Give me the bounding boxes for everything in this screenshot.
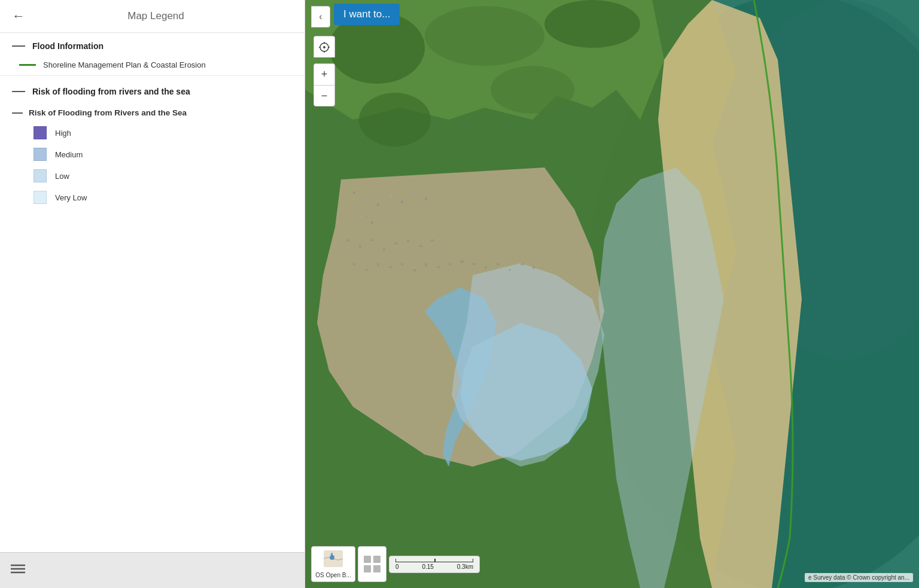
basemap-label: OS Open B...: [315, 572, 351, 578]
map-thumbnail-icon: [324, 550, 343, 567]
legend-dash-risk: [12, 91, 25, 92]
svg-rect-50: [509, 269, 511, 271]
panel-toggle-button[interactable]: ‹: [311, 6, 330, 28]
svg-point-17: [359, 93, 431, 147]
svg-rect-47: [473, 263, 476, 265]
svg-point-16: [544, 0, 640, 48]
swatch-medium: [34, 148, 47, 161]
svg-rect-61: [364, 556, 371, 563]
svg-rect-36: [431, 239, 434, 242]
svg-rect-52: [532, 266, 535, 269]
svg-rect-34: [407, 239, 409, 242]
svg-rect-31: [371, 239, 375, 241]
svg-rect-24: [413, 191, 416, 194]
locate-button[interactable]: [314, 36, 335, 57]
svg-point-60: [330, 555, 334, 560]
zoom-out-icon: −: [321, 90, 328, 102]
chevron-left-icon: ‹: [319, 11, 322, 22]
svg-rect-26: [359, 215, 362, 217]
scale-label-0: 0: [395, 563, 399, 570]
svg-rect-42: [413, 269, 416, 272]
grid-button[interactable]: [358, 546, 387, 582]
zoom-in-button[interactable]: +: [314, 63, 335, 85]
scale-bar: 0 0.15 0.3km: [389, 556, 480, 573]
i-want-to-button[interactable]: I want to...: [334, 4, 400, 25]
legend-line-green: [19, 64, 36, 66]
legend-shoreline-item: Shoreline Management Plan & Coastal Eros…: [0, 57, 305, 73]
scale-line: [395, 559, 473, 562]
label-high: High: [55, 129, 71, 138]
panel-title: Map Legend: [35, 10, 277, 22]
svg-rect-29: [347, 239, 350, 242]
svg-rect-39: [377, 263, 379, 266]
legend-shoreline-label: Shoreline Management Plan & Coastal Eros…: [43, 60, 206, 69]
svg-rect-38: [365, 269, 368, 271]
svg-rect-35: [419, 245, 422, 247]
locate-icon: [318, 41, 330, 53]
svg-rect-48: [485, 266, 487, 269]
svg-point-18: [491, 66, 574, 114]
basemap-icon: [324, 550, 343, 571]
svg-rect-37: [353, 263, 355, 266]
scale-label-max: 0.3km: [457, 563, 473, 570]
bottom-controls: OS Open B... 0 0.15 0.3km: [311, 546, 480, 582]
legend-group-risk-header: Risk of flooding from rivers and the sea: [0, 78, 305, 102]
legend-dash-flood: [12, 45, 25, 47]
copyright: e Survey data © Crown copyright an...: [805, 573, 913, 582]
svg-rect-25: [425, 197, 427, 200]
svg-rect-62: [373, 556, 381, 563]
swatch-very-low: [34, 191, 47, 204]
panel-header: ← Map Legend: [0, 0, 305, 33]
legend-flood-title: Flood Information: [32, 41, 104, 51]
scale-bar-inner: 0 0.15 0.3km: [395, 559, 473, 570]
legend-item-very-low: Very Low: [0, 187, 305, 208]
map-area[interactable]: ‹ I want to... + −: [305, 0, 919, 588]
svg-rect-23: [401, 200, 403, 203]
legend-group-flood-header: Flood Information: [0, 33, 305, 57]
panel-footer: [0, 552, 305, 588]
legend-risk-title: Risk of flooding from rivers and the sea: [32, 87, 190, 96]
swatch-high: [34, 126, 47, 139]
svg-rect-32: [383, 248, 385, 251]
svg-rect-44: [437, 266, 440, 268]
basemap-button[interactable]: OS Open B...: [311, 546, 355, 582]
svg-rect-22: [389, 194, 392, 197]
svg-rect-45: [449, 263, 451, 266]
swatch-low: [34, 169, 47, 182]
map-controls: + −: [314, 36, 335, 106]
svg-point-15: [425, 6, 544, 66]
svg-rect-30: [359, 245, 361, 248]
legend-item-low: Low: [0, 165, 305, 187]
zoom-out-button[interactable]: −: [314, 85, 335, 106]
svg-rect-49: [497, 263, 500, 266]
svg-point-54: [323, 46, 325, 48]
svg-rect-46: [461, 260, 464, 263]
map-background: [305, 0, 919, 588]
legend-sub-group-header: Risk of Flooding from Rivers and the Sea: [0, 102, 305, 122]
legend-small-dash: [12, 112, 23, 114]
layers-icon: [10, 562, 26, 576]
svg-rect-33: [395, 242, 398, 245]
svg-rect-51: [521, 263, 524, 266]
svg-rect-19: [353, 191, 355, 194]
svg-rect-40: [389, 266, 392, 268]
legend-item-medium: Medium: [0, 144, 305, 165]
legend-section-risk: Risk of flooding from rivers and the sea…: [0, 78, 305, 208]
back-button[interactable]: ←: [10, 8, 28, 24]
svg-rect-27: [371, 221, 373, 224]
legend-sub-group-title: Risk of Flooding from Rivers and the Sea: [29, 108, 187, 117]
layers-button[interactable]: [10, 562, 26, 580]
left-panel: ← Map Legend Flood Information Shoreline…: [0, 0, 305, 588]
scale-label-mid: 0.15: [422, 563, 433, 570]
legend-item-high: High: [0, 122, 305, 144]
svg-rect-63: [364, 565, 371, 572]
grid-icon: [363, 555, 381, 573]
svg-rect-41: [401, 263, 403, 266]
svg-rect-28: [383, 215, 387, 217]
zoom-in-icon: +: [321, 68, 328, 81]
svg-rect-43: [425, 263, 427, 266]
svg-rect-21: [377, 203, 379, 206]
svg-rect-64: [373, 565, 381, 572]
legend-divider-1: [0, 75, 305, 76]
label-very-low: Very Low: [55, 193, 87, 202]
